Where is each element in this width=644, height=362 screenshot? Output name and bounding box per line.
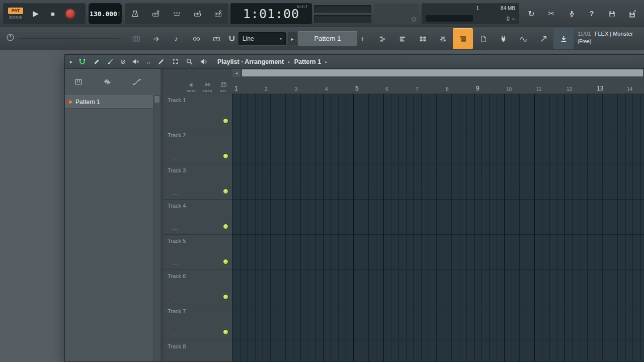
playlist-titlebar[interactable]: ▸ ⊘ ↔ Playlist - Arrangement ▸ Pattern 1… <box>65 55 644 69</box>
track-name[interactable]: Track 8 <box>168 343 186 349</box>
browser-toggle-button[interactable] <box>453 28 473 49</box>
song-mode-button[interactable]: SONG <box>9 15 22 20</box>
select-tool-icon[interactable] <box>171 57 180 66</box>
help-button[interactable]: ? <box>582 3 602 24</box>
snap-magnet-icon[interactable] <box>78 57 87 66</box>
playlist-title[interactable]: Playlist - Arrangement <box>217 58 284 65</box>
track-header[interactable]: Track 6 ... <box>164 270 232 305</box>
track-led-icon[interactable] <box>223 224 228 229</box>
time-display[interactable]: 1:01:00 <box>230 7 312 21</box>
track-menu-dots[interactable]: ... <box>173 331 178 336</box>
stepper-down-icon[interactable]: ▾ <box>118 14 120 17</box>
track-name[interactable]: Track 3 <box>168 167 186 173</box>
song-position-bar[interactable] <box>314 15 371 23</box>
track-name[interactable]: Track 1 <box>168 97 186 103</box>
pat-mode-button[interactable]: PAT <box>8 8 24 14</box>
pattern-selector[interactable]: Pattern 1 <box>298 31 357 46</box>
playlist-grid[interactable] <box>232 94 644 361</box>
track-menu-dots[interactable]: ... <box>173 155 178 160</box>
channel-column-icon[interactable] <box>201 81 213 88</box>
pat-song-toggle[interactable]: PAT SONG <box>4 8 27 20</box>
track-led-icon[interactable] <box>223 189 228 194</box>
track-led-icon[interactable] <box>223 295 228 299</box>
cut-button[interactable]: ✂ <box>541 3 561 24</box>
breadcrumb[interactable]: Playlist - Arrangement ▸ Pattern 1 ▸ <box>217 58 328 65</box>
save-new-version-button[interactable] <box>622 3 642 24</box>
record-button[interactable] <box>61 5 78 23</box>
play-button[interactable]: ▶ <box>27 5 44 23</box>
plugin-picker-button[interactable] <box>473 28 493 49</box>
pattern-column-icon[interactable] <box>217 81 229 88</box>
metronome-button[interactable] <box>125 3 145 24</box>
master-pitch-slider[interactable] <box>19 38 119 39</box>
picker-scrollbar-thumb[interactable] <box>154 96 159 103</box>
horizontal-scrollbar[interactable]: ◂ <box>232 69 644 77</box>
pattern-nav-button[interactable]: ▸ <box>288 32 297 45</box>
tuner-button[interactable] <box>513 28 533 49</box>
next-empty-pattern-button[interactable] <box>146 28 166 49</box>
track-name[interactable]: Track 2 <box>168 132 186 138</box>
track-menu-dots[interactable]: ... <box>173 225 178 231</box>
mic-button[interactable] <box>561 3 582 24</box>
playlist-toggle-button[interactable] <box>372 28 392 49</box>
tempo-stepper[interactable]: ▴ ▾ <box>118 11 120 17</box>
track-menu-dots[interactable]: ... <box>173 120 178 125</box>
track-header[interactable]: Track 5 ... <box>164 235 232 270</box>
channel-rack-toggle-button[interactable] <box>413 28 433 49</box>
track-led-icon[interactable] <box>223 259 228 264</box>
delete-tool-icon[interactable]: ⊘ <box>120 58 126 65</box>
save-button[interactable] <box>602 3 622 24</box>
track-menu-dots[interactable]: ... <box>173 190 178 196</box>
track-name[interactable]: Track 6 <box>168 273 186 279</box>
master-pitch-knob[interactable] <box>6 33 15 42</box>
scrollbar-thumb[interactable] <box>242 69 643 76</box>
note-column-icon[interactable] <box>185 81 197 88</box>
bar-ruler[interactable]: 1 2 3 4 5 6 <box>232 77 644 94</box>
picker-item[interactable]: Pattern 1 <box>65 95 153 109</box>
link-button[interactable] <box>186 28 206 49</box>
pattern-grid-button[interactable] <box>126 28 146 49</box>
mixer-toggle-button[interactable] <box>433 28 453 49</box>
collapse-arrow-icon[interactable]: ▸ <box>70 59 72 64</box>
time-mode-label[interactable]: B:S:T <box>297 5 308 8</box>
zoom-tool-icon[interactable] <box>185 57 194 66</box>
wait-for-input-button[interactable] <box>145 3 166 24</box>
stop-button[interactable]: ■ <box>44 5 61 23</box>
slice-tool-icon[interactable] <box>157 57 166 66</box>
add-pattern-button[interactable]: + <box>358 31 367 46</box>
track-header[interactable]: Track 8 ... <box>164 340 232 361</box>
track-led-icon[interactable] <box>223 119 228 123</box>
playback-marker-bar[interactable] <box>314 5 371 13</box>
breadcrumb-pattern[interactable]: Pattern 1 <box>294 58 321 65</box>
slip-tool-icon[interactable]: ↔ <box>145 58 151 65</box>
track-menu-dots[interactable]: ... <box>173 260 178 266</box>
paint-tool-icon[interactable] <box>106 57 115 66</box>
piano-roll-toggle-button[interactable] <box>392 28 413 49</box>
track-header[interactable]: Track 1 ... <box>164 94 232 129</box>
tempo-display[interactable]: 130.000 <box>89 10 118 18</box>
snap-dropdown[interactable]: Line ▾ <box>238 32 286 45</box>
track-header[interactable]: Track 2 ... <box>164 129 232 164</box>
typing-keyboard-button[interactable] <box>187 3 208 24</box>
step-edit-button[interactable] <box>208 3 228 24</box>
track-led-icon[interactable] <box>223 330 228 334</box>
sync-button[interactable]: ↻ <box>521 3 541 24</box>
track-header[interactable]: Track 4 ... <box>164 200 232 235</box>
remote-control-button[interactable] <box>533 28 553 49</box>
picker-tab-audio[interactable] <box>103 77 112 86</box>
draw-tool-icon[interactable] <box>92 57 101 66</box>
track-header[interactable]: Track 3 ... <box>164 164 232 200</box>
plugin-button[interactable] <box>493 28 513 49</box>
note-snap-button[interactable]: ♪ <box>166 28 186 49</box>
mute-tool-icon[interactable] <box>131 57 140 66</box>
hint-bar[interactable]: 11/01 FLEX | Monster (Free) <box>578 30 633 45</box>
track-menu-dots[interactable]: ... <box>173 296 178 301</box>
playback-tool-icon[interactable] <box>199 57 208 66</box>
track-name[interactable]: Track 4 <box>168 203 186 209</box>
picker-tab-automation[interactable] <box>132 77 141 86</box>
keyboard-button[interactable] <box>206 28 226 49</box>
scroll-left-button[interactable]: ◂ <box>232 69 241 77</box>
track-name[interactable]: Track 5 <box>168 238 186 244</box>
track-name[interactable]: Track 7 <box>168 308 186 314</box>
download-button[interactable] <box>553 28 574 49</box>
